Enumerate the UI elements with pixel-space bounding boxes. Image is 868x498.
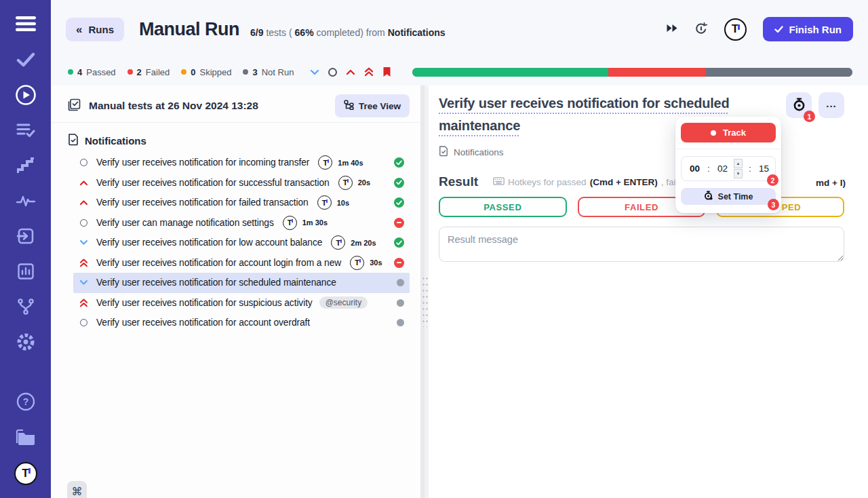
sidebar-item-import[interactable] bbox=[0, 220, 51, 255]
minutes-stepper[interactable]: ▲▼ bbox=[734, 159, 743, 178]
test-status-icon bbox=[394, 258, 404, 268]
panel-resize-divider[interactable] bbox=[420, 85, 429, 498]
test-duration: 2m 20s bbox=[351, 239, 376, 247]
box-arrow-in-icon bbox=[17, 227, 35, 248]
timer-button[interactable]: 1 bbox=[786, 92, 812, 118]
test-status-icon bbox=[394, 197, 404, 208]
testomat-logo-icon: T bbox=[331, 235, 345, 250]
testomat-logo-icon: T bbox=[318, 155, 332, 170]
testomat-logo-icon: T bbox=[724, 18, 747, 41]
back-to-runs-button[interactable]: « Runs bbox=[66, 18, 124, 41]
test-row[interactable]: Verify user receives notification for ac… bbox=[73, 313, 410, 333]
step-up-icon[interactable]: ▲ bbox=[734, 159, 743, 168]
test-detail-panel: Verify user receives notification for sc… bbox=[429, 85, 868, 498]
test-row-title: Verify user receives notification for ac… bbox=[96, 258, 341, 268]
menu-icon[interactable] bbox=[16, 14, 36, 34]
seconds-field[interactable]: 15 bbox=[759, 164, 769, 174]
testomat-account-button[interactable]: T bbox=[724, 18, 747, 41]
test-row-title: Verify user can manage notification sett… bbox=[96, 218, 274, 228]
test-status-icon bbox=[397, 299, 404, 307]
double-chevron-up-filter-icon[interactable] bbox=[364, 67, 374, 77]
test-row-title: Verify user receives notification for fa… bbox=[96, 197, 309, 208]
severity-icon bbox=[79, 159, 88, 166]
drag-handle-icon[interactable] bbox=[422, 275, 428, 327]
fast-forward-button[interactable] bbox=[666, 23, 678, 35]
severity-icon bbox=[79, 319, 88, 326]
time-input[interactable]: 00 : 02 ▲▼ : 15 2 bbox=[681, 156, 776, 181]
chevron-down-filter-icon[interactable] bbox=[310, 69, 319, 75]
severity-icon bbox=[79, 199, 88, 206]
test-row[interactable]: Verify user receives notification for in… bbox=[73, 153, 410, 173]
test-row[interactable]: Verify user receives notification for su… bbox=[73, 293, 410, 313]
sidebar-item-pulse[interactable] bbox=[0, 185, 51, 220]
test-row-title: Verify user receives notification for su… bbox=[96, 298, 313, 308]
test-row-title: Verify user receives notification for in… bbox=[96, 157, 309, 168]
test-row[interactable]: Verify user receives notification for fa… bbox=[73, 193, 410, 213]
severity-icon bbox=[79, 299, 88, 307]
sidebar-item-milestones[interactable] bbox=[0, 149, 51, 185]
tree-view-button[interactable]: Tree View bbox=[335, 94, 410, 117]
time-badge: 2 bbox=[767, 174, 778, 186]
sidebar-item-branches[interactable] bbox=[0, 290, 51, 326]
track-button[interactable]: Track bbox=[681, 123, 776, 142]
sidebar-item-projects[interactable] bbox=[0, 421, 51, 456]
severity-icon bbox=[79, 240, 88, 246]
keyboard-icon bbox=[493, 177, 505, 187]
record-dot-icon bbox=[711, 130, 716, 136]
test-duration: 30s bbox=[370, 258, 382, 267]
retry-timer-button[interactable] bbox=[694, 22, 708, 37]
result-message-input[interactable] bbox=[439, 227, 844, 262]
command-key-icon[interactable]: ⌘ bbox=[67, 481, 87, 498]
bookmark-filter-icon[interactable] bbox=[382, 66, 391, 77]
test-list: Verify user receives notification for in… bbox=[51, 153, 420, 333]
hotkeys-clipped-text: md + I) bbox=[816, 178, 846, 188]
document-check-icon bbox=[439, 146, 448, 159]
run-checklist-icon bbox=[68, 98, 81, 114]
finish-run-button[interactable]: Finish Run bbox=[763, 17, 854, 41]
test-row[interactable]: Verify user receives notification for lo… bbox=[73, 233, 410, 253]
test-row[interactable]: Verify user receives notification for su… bbox=[73, 173, 410, 193]
svg-text:?: ? bbox=[22, 396, 28, 407]
set-time-button[interactable]: Set Time 3 bbox=[681, 188, 776, 205]
more-options-button[interactable]: ... bbox=[818, 92, 844, 118]
test-row[interactable]: Verify user receives notification for ac… bbox=[73, 253, 410, 273]
stopwatch-gear-icon bbox=[704, 191, 713, 202]
circle-filter-icon[interactable] bbox=[328, 68, 337, 77]
status-counter: 4Passed bbox=[68, 67, 116, 77]
fast-forward-icon bbox=[666, 23, 678, 35]
sidebar-item-logo[interactable]: T bbox=[0, 456, 51, 491]
testomat-logo-icon: T bbox=[338, 176, 353, 190]
testomat-logo-icon: T bbox=[283, 216, 297, 230]
test-row[interactable]: Verify user receives notification for sc… bbox=[73, 273, 410, 293]
breadcrumb[interactable]: Notifications bbox=[439, 146, 844, 159]
tree-view-icon bbox=[344, 100, 354, 112]
sidebar-item-tests[interactable] bbox=[0, 43, 51, 79]
sidebar-item-plans[interactable] bbox=[0, 114, 51, 149]
test-row-title: Verify user receives notification for sc… bbox=[96, 277, 336, 288]
sidebar-item-analytics[interactable] bbox=[0, 255, 51, 290]
git-branch-icon bbox=[17, 298, 35, 318]
minutes-field[interactable]: 02 bbox=[717, 164, 728, 174]
sidebar-item-runs[interactable] bbox=[0, 79, 51, 114]
stopwatch-icon bbox=[793, 98, 806, 113]
test-status-icon bbox=[394, 157, 404, 168]
progress-failed-segment bbox=[608, 68, 706, 77]
test-status-icon bbox=[394, 178, 404, 188]
test-row[interactable]: Verify user can manage notification sett… bbox=[73, 213, 410, 233]
passed-button[interactable]: PASSED bbox=[439, 197, 567, 217]
timer-popup: Track 00 : 02 ▲▼ : 15 2 Set Time 3 bbox=[675, 117, 781, 213]
step-down-icon[interactable]: ▼ bbox=[734, 169, 743, 178]
test-status-icon bbox=[394, 218, 404, 228]
testomat-logo-icon: T bbox=[350, 256, 364, 270]
chevron-up-filter-icon[interactable] bbox=[346, 69, 355, 75]
test-tag: @security bbox=[319, 296, 368, 309]
ellipsis-icon: ... bbox=[826, 98, 837, 109]
sidebar-item-settings[interactable] bbox=[0, 326, 51, 361]
test-status-icon bbox=[397, 279, 404, 286]
severity-icon bbox=[79, 280, 88, 286]
suite-header[interactable]: Notifications bbox=[51, 132, 420, 149]
test-duration: 10s bbox=[337, 199, 349, 207]
sidebar-item-help[interactable]: ? bbox=[0, 385, 51, 421]
hours-field[interactable]: 00 bbox=[690, 164, 700, 174]
severity-icon bbox=[79, 258, 88, 267]
